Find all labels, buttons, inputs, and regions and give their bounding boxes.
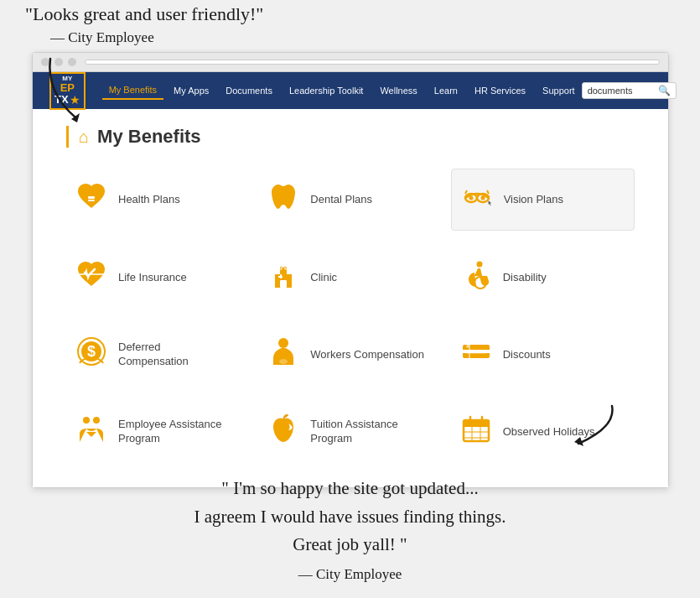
- benefit-workers-compensation[interactable]: Workers Compensation: [258, 325, 442, 385]
- benefit-life-insurance[interactable]: Life Insurance: [66, 247, 250, 308]
- nav-learn[interactable]: Learn: [428, 82, 464, 99]
- search-icon: 🔍: [658, 85, 671, 96]
- workers-compensation-icon: [267, 335, 300, 375]
- quote-top-attribution: — City Employee: [50, 28, 263, 48]
- main-nav: MY EP TX ★ My Benefits My Apps Documents…: [33, 72, 668, 109]
- vision-plans-icon: [460, 179, 494, 220]
- benefit-health-plans[interactable]: Health Plans: [66, 169, 250, 231]
- employee-assistance-icon: [75, 412, 108, 452]
- nav-search-box[interactable]: 🔍: [582, 82, 677, 99]
- svg-point-6: [469, 196, 473, 200]
- dental-plans-icon: [267, 179, 300, 220]
- quote-bottom-attribution: — City Employee: [50, 563, 650, 585]
- svg-rect-12: [280, 274, 282, 278]
- arrow-bottom-decoration: [562, 402, 620, 455]
- workers-compensation-label: Workers Compensation: [310, 348, 424, 362]
- health-plans-icon: [75, 179, 108, 220]
- tuition-assistance-icon: [267, 412, 300, 452]
- svg-point-19: [279, 359, 288, 364]
- quote-bottom-line2: I agreem I would have issues finding thi…: [194, 507, 506, 527]
- svg-point-18: [278, 338, 288, 348]
- nav-leadership[interactable]: Leadership Toolkit: [283, 82, 370, 99]
- browser-url-bar[interactable]: [85, 60, 660, 65]
- quote-bottom-line3: Great job yall! ": [293, 534, 407, 554]
- quote-top: "Looks great and user friendly!" — City …: [25, 2, 263, 48]
- nav-hr-services[interactable]: HR Services: [468, 82, 532, 99]
- nav-support[interactable]: Support: [536, 82, 582, 99]
- dental-plans-label: Dental Plans: [310, 193, 372, 207]
- health-plans-label: Health Plans: [118, 193, 180, 207]
- clinic-icon: [267, 257, 300, 298]
- tuition-assistance-label: Tuition AssistanceProgram: [310, 418, 397, 446]
- vision-plans-label: Vision Plans: [504, 193, 563, 207]
- quote-bottom-line1: " I'm so happy the site got updated...: [221, 478, 478, 498]
- svg-rect-2: [88, 200, 95, 201]
- svg-rect-21: [463, 350, 490, 353]
- benefit-disability[interactable]: Disability: [451, 247, 635, 308]
- deferred-compensation-icon: $: [75, 335, 108, 375]
- discounts-label: Discounts: [503, 348, 551, 362]
- nav-my-benefits[interactable]: My Benefits: [102, 81, 163, 100]
- life-insurance-label: Life Insurance: [118, 271, 187, 285]
- disability-icon: [459, 257, 493, 298]
- quote-top-text: "Looks great and user friendly!": [25, 2, 263, 28]
- clinic-label: Clinic: [310, 271, 337, 285]
- benefit-vision-plans[interactable]: Vision Plans: [451, 169, 635, 231]
- page-header: ⌂ My Benefits: [66, 126, 635, 148]
- deferred-compensation-label: DeferredCompensation: [118, 341, 189, 369]
- svg-rect-1: [88, 196, 95, 199]
- observed-holidays-icon: [459, 412, 493, 452]
- svg-rect-10: [280, 280, 287, 288]
- nav-documents[interactable]: Documents: [219, 82, 279, 99]
- discounts-icon: $: [459, 335, 493, 375]
- disability-label: Disability: [503, 271, 547, 285]
- employee-assistance-label: Employee AssistanceProgram: [118, 418, 222, 446]
- svg-point-13: [476, 262, 482, 268]
- svg-point-7: [480, 196, 485, 200]
- nav-links: My Benefits My Apps Documents Leadership…: [102, 81, 582, 100]
- nav-wellness[interactable]: Wellness: [373, 82, 423, 99]
- benefit-deferred-compensation[interactable]: $ DeferredCompensation: [66, 325, 250, 385]
- benefit-dental-plans[interactable]: Dental Plans: [258, 169, 442, 231]
- svg-rect-28: [464, 420, 489, 427]
- page-title: My Benefits: [97, 126, 200, 148]
- svg-text:$: $: [466, 342, 469, 349]
- svg-rect-9: [283, 263, 284, 268]
- arrow-top-decoration: [42, 50, 92, 129]
- svg-point-25: [83, 417, 90, 424]
- quote-bottom: " I'm so happy the site got updated... I…: [50, 475, 650, 585]
- life-insurance-icon: [75, 257, 108, 298]
- benefit-clinic[interactable]: Clinic: [258, 247, 442, 308]
- nav-my-apps[interactable]: My Apps: [167, 82, 215, 99]
- benefit-employee-assistance[interactable]: Employee AssistanceProgram: [66, 402, 250, 462]
- search-input[interactable]: [588, 86, 655, 96]
- home-icon: ⌂: [79, 127, 89, 147]
- benefit-tuition-assistance[interactable]: Tuition AssistanceProgram: [258, 402, 442, 462]
- benefits-grid: Health Plans Dental Plans: [66, 169, 635, 462]
- browser-bar: [33, 53, 668, 72]
- svg-point-26: [93, 417, 100, 424]
- benefit-discounts[interactable]: $ Discounts: [451, 325, 635, 385]
